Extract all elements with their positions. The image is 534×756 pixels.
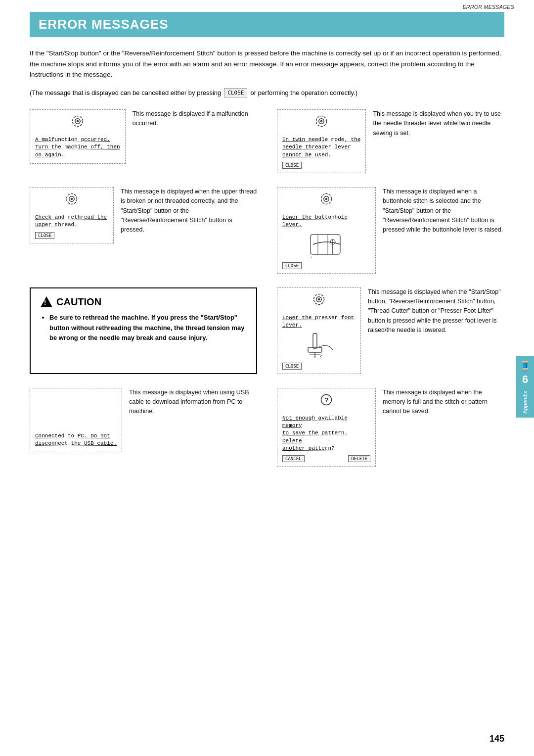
- caution-triangle-icon: !: [41, 296, 52, 307]
- page-header: ERROR MESSAGES: [0, 0, 534, 12]
- page-number: 145: [490, 734, 504, 744]
- caution-title: ! CAUTION: [41, 296, 246, 308]
- memory-description: This message is displayed when the memor…: [383, 388, 504, 417]
- memory-msg-text: Not enough available memoryto save the p…: [282, 415, 370, 453]
- caution-section: ! CAUTION Be sure to rethread the machin…: [30, 287, 504, 374]
- malfunction-icon: [70, 114, 85, 132]
- messages-row-bottom: Connected to PC. Do notdisconnect the US…: [30, 388, 504, 467]
- caution-box: ! CAUTION Be sure to rethread the machin…: [30, 287, 257, 374]
- malfunction-description: This message is displayed if a malfuncti…: [133, 109, 257, 129]
- svg-point-20: [318, 298, 320, 300]
- messages-row-1: A malfunction occurred.Turn the machine …: [30, 109, 504, 274]
- upper-thread-close-btn[interactable]: CLOSE: [35, 232, 54, 239]
- message-pair-usb: Connected to PC. Do notdisconnect the US…: [30, 388, 257, 467]
- sidebar-tab: 🧵 6 Appendix: [516, 356, 534, 418]
- close-key-label: CLOSE: [224, 88, 247, 97]
- section-title: ERROR MESSAGES: [30, 12, 504, 37]
- twin-needle-close-btn[interactable]: CLOSE: [282, 162, 302, 169]
- svg-text:↙: ↙: [319, 353, 322, 359]
- intro-text: If the "Start/Stop button" or the "Rever…: [30, 48, 504, 80]
- presser-foot-msg-text: Lower the presser footlever.: [282, 314, 354, 330]
- svg-point-2: [77, 120, 79, 123]
- buttonhole-icon: [319, 191, 334, 210]
- caution-text: Be sure to rethread the machine. If you …: [41, 313, 246, 343]
- twin-needle-msg-text: In twin needle mode, theneedle threader …: [282, 136, 360, 159]
- svg-point-8: [71, 198, 73, 200]
- content-area: ERROR MESSAGES If the "Start/Stop button…: [0, 12, 534, 500]
- sidebar-label: Appendix: [522, 391, 528, 414]
- usb-description: This message is displayed when using USB…: [129, 388, 257, 417]
- memory-action-row: CANCEL DELETE: [282, 455, 370, 462]
- message-pair-presser-foot: Lower the presser footlever. ↙ CLOSE Thi…: [277, 287, 504, 374]
- buttonhole-lever-image: ↓: [307, 232, 346, 259]
- twin-needle-description: This message is displayed when you try t…: [373, 109, 504, 138]
- sidebar-icon: 🧵: [520, 360, 531, 371]
- upper-thread-description: This message is displayed when the upper…: [121, 187, 257, 235]
- caution-label: CAUTION: [56, 296, 101, 308]
- sidebar-number: 6: [522, 373, 528, 386]
- svg-text:↓: ↓: [311, 255, 312, 259]
- message-pair-buttonhole: Lower the buttonhole lever. ↓ CLOSE: [277, 187, 504, 274]
- upper-thread-msg-text: Check and rethread theupper thread.: [35, 214, 107, 229]
- presser-foot-description: This message is displayed when the "Star…: [368, 287, 504, 335]
- cancel-note-suffix: or performing the operation correctly.): [250, 89, 357, 96]
- message-box-usb: Connected to PC. Do notdisconnect the US…: [30, 388, 122, 452]
- malfunction-msg-text: A malfunction occurred.Turn the machine …: [35, 136, 120, 159]
- buttonhole-close-btn[interactable]: CLOSE: [282, 262, 302, 269]
- message-box-buttonhole: Lower the buttonhole lever. ↓ CLOSE: [277, 187, 376, 274]
- presser-foot-icon: [312, 292, 326, 310]
- svg-rect-12: [311, 235, 340, 254]
- delete-btn[interactable]: DELETE: [348, 455, 370, 462]
- message-box-upper-thread: Check and rethread theupper thread. CLOS…: [30, 187, 114, 243]
- message-box-twin-needle: In twin needle mode, theneedle threader …: [277, 109, 366, 173]
- svg-point-5: [320, 120, 323, 123]
- cancel-btn[interactable]: CANCEL: [282, 455, 305, 462]
- svg-rect-21: [313, 333, 317, 348]
- message-pair-memory: ? Not enough available memoryto save the…: [277, 388, 504, 467]
- message-box-memory: ? Not enough available memoryto save the…: [277, 388, 376, 467]
- header-title: ERROR MESSAGES: [462, 4, 514, 10]
- message-box-malfunction: A malfunction occurred.Turn the machine …: [30, 109, 126, 164]
- cancel-note-prefix: (The message that is displayed can be ca…: [30, 89, 221, 96]
- usb-msg-text: Connected to PC. Do notdisconnect the US…: [35, 432, 117, 448]
- upper-thread-icon: [64, 191, 79, 210]
- message-pair-malfunction: A malfunction occurred.Turn the machine …: [30, 109, 257, 173]
- message-box-presser-foot: Lower the presser footlever. ↙ CLOSE: [277, 287, 361, 374]
- presser-foot-close-btn[interactable]: CLOSE: [282, 363, 302, 370]
- svg-point-11: [325, 198, 328, 200]
- svg-text:?: ?: [324, 396, 328, 404]
- buttonhole-description: This message is displayed when a buttonh…: [383, 187, 504, 235]
- memory-icon: ?: [319, 392, 334, 411]
- buttonhole-msg-text: Lower the buttonhole lever.: [282, 214, 370, 229]
- cancel-note: (The message that is displayed can be ca…: [30, 88, 504, 97]
- presser-foot-image: ↙: [299, 332, 339, 360]
- message-pair-twin-needle: In twin needle mode, theneedle threader …: [277, 109, 504, 173]
- twin-needle-icon: [314, 114, 329, 132]
- message-pair-upper-thread: Check and rethread theupper thread. CLOS…: [30, 187, 257, 274]
